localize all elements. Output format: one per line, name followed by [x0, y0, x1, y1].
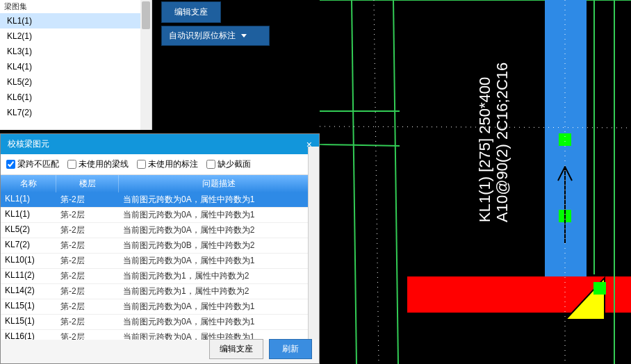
sidebar-item[interactable]: KL5(2) [0, 74, 151, 90]
refresh-button[interactable]: 刷新 [269, 339, 312, 359]
sidebar-item[interactable]: KL4(1) [0, 59, 151, 74]
sidebar-item[interactable]: KL1(1) [0, 13, 151, 28]
table-row[interactable]: KL1(1)第-2层当前图元跨数为0A，属性中跨数为1 [1, 192, 319, 208]
filter-bar: 梁跨不匹配 未使用的梁线 未使用的标注 缺少截面 [1, 154, 319, 175]
dropdown-label: 自动识别原位标注 [169, 30, 236, 42]
checkbox[interactable] [137, 160, 146, 169]
table-row[interactable]: KL7(2)第-2层当前图元跨数为0B，属性中跨数为2 [1, 238, 319, 254]
col-floor[interactable]: 楼层 [56, 175, 119, 192]
verify-beam-dialog: 校核梁图元 × 梁跨不匹配 未使用的梁线 未使用的标注 缺少截面 名称 楼层 问… [0, 133, 320, 364]
cad-viewport[interactable]: KL1(1) [275] 250*400 A10@90(2) 2C16;2C16 [320, 0, 631, 364]
auto-label-dropdown[interactable]: 自动识别原位标注 [161, 26, 270, 46]
svg-line-2 [393, 0, 398, 364]
grid-header: 名称 楼层 问题描述 [1, 175, 319, 192]
svg-line-13 [374, 0, 379, 364]
table-row[interactable]: KL1(1)第-2层当前图元跨数为0A，属性中跨数为1 [1, 208, 319, 223]
dialog-footer: 编辑支座 刷新 [209, 339, 312, 359]
filter-unused-label[interactable]: 未使用的标注 [137, 158, 198, 170]
grid-scrollbar[interactable] [308, 147, 319, 340]
filter-missing-section[interactable]: 缺少截面 [206, 158, 251, 170]
annotation-line-1: KL1(1) [275] 250*400 [476, 63, 493, 222]
chevron-down-icon [241, 34, 247, 38]
filter-unused-line[interactable]: 未使用的梁线 [67, 158, 129, 170]
toolbar: 编辑支座 自动识别原位标注 [160, 0, 271, 47]
dialog-title: 校核梁图元 [8, 138, 49, 150]
filter-span-mismatch[interactable]: 梁跨不匹配 [6, 158, 59, 170]
svg-line-1 [352, 0, 357, 364]
dialog-titlebar[interactable]: 校核梁图元 × [1, 134, 319, 154]
table-row[interactable]: KL5(2)第-2层当前图元跨数为0A，属性中跨数为2 [1, 223, 319, 238]
edit-support-button[interactable]: 编辑支座 [161, 1, 221, 23]
results-grid: 名称 楼层 问题描述 KL1(1)第-2层当前图元跨数为0A，属性中跨数为1KL… [1, 175, 319, 340]
sidebar-item[interactable]: KL2(1) [0, 28, 151, 44]
svg-rect-8 [559, 133, 571, 146]
table-row[interactable]: KL15(1)第-2层当前图元跨数为0A，属性中跨数为1 [1, 315, 319, 330]
col-desc[interactable]: 问题描述 [119, 175, 319, 192]
svg-rect-10 [593, 282, 606, 295]
beam-list-panel: 梁图集 KL1(1)KL2(1)KL3(1)KL4(1)KL5(2)KL6(1)… [0, 0, 152, 130]
sidebar-item[interactable]: KL7(2) [0, 105, 151, 120]
checkbox[interactable] [6, 160, 15, 169]
sidebar-item[interactable]: KL6(1) [0, 90, 151, 105]
table-row[interactable]: KL11(2)第-2层当前图元跨数为1，属性中跨数为2 [1, 269, 319, 284]
panel-header: 梁图集 [0, 0, 151, 13]
sidebar-scrollbar[interactable] [140, 0, 151, 130]
table-row[interactable]: KL10(1)第-2层当前图元跨数为0A，属性中跨数为1 [1, 254, 319, 269]
beam-annotation: KL1(1) [275] 250*400 A10@90(2) 2C16;2C16 [476, 63, 511, 222]
table-row[interactable]: KL16(1)第-2层当前图元跨数为0A，属性中跨数为1 [1, 330, 319, 340]
col-name[interactable]: 名称 [1, 175, 56, 192]
checkbox[interactable] [206, 160, 215, 169]
svg-line-4 [320, 144, 400, 146]
table-row[interactable]: KL14(2)第-2层当前图元跨数为1，属性中跨数为2 [1, 284, 319, 299]
sidebar-item[interactable]: KL3(1) [0, 44, 151, 59]
annotation-line-2: A10@90(2) 2C16;2C16 [493, 63, 511, 222]
table-row[interactable]: KL15(1)第-2层当前图元跨数为0A，属性中跨数为1 [1, 299, 319, 315]
checkbox[interactable] [67, 160, 76, 169]
edit-support-button[interactable]: 编辑支座 [209, 339, 263, 359]
